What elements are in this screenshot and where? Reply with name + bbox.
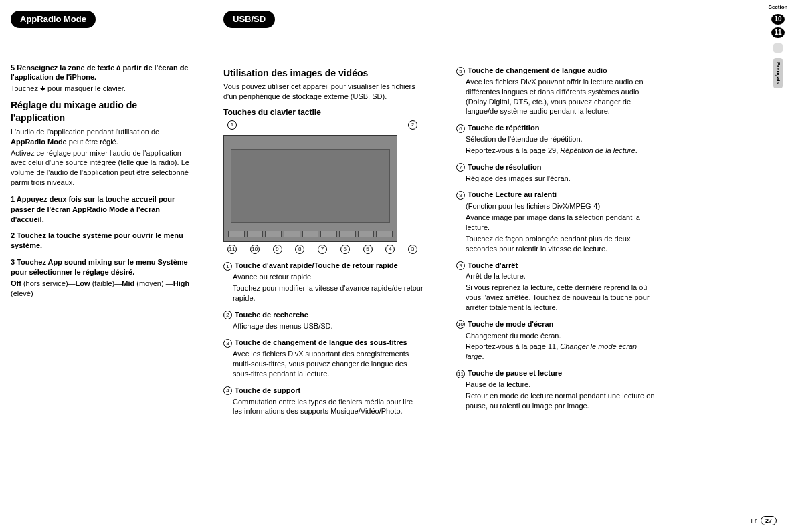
page-body: AppRadio Mode 5 Renseignez la zone de te…: [0, 0, 790, 418]
desc-body: Si vous reprenez la lecture, cette derni…: [466, 283, 657, 313]
step3-a: 3 Touchez App sound mixing sur le menu S…: [11, 257, 191, 277]
desc-item-title-text: Touche de pause et lecture: [468, 369, 562, 377]
desc-item-title: 7Touche de résolution: [456, 162, 657, 172]
desc-body: Pause de la lecture.: [466, 380, 657, 390]
step3-options: Off (hors service)—Low (faible)—Mid (moy…: [11, 279, 191, 299]
desc-body: Sélection de l'étendue de répétition.: [466, 134, 657, 144]
desc-item-title: 2Touche de recherche: [223, 310, 424, 320]
column-middle: USB/SD Utilisation des images de vidéos …: [223, 11, 424, 418]
num-circle-icon: 5: [456, 67, 465, 76]
desc-item-5: 5Touche de changement de langue audioAve…: [456, 65, 657, 116]
callout-6: 6: [340, 245, 350, 254]
section-sidebar: Section 10 11 Français: [770, 4, 786, 88]
desc-item-8: 8Touche Lecture au ralenti(Fonction pour…: [456, 190, 657, 253]
callout-11: 11: [227, 245, 237, 254]
desc-body: (Fonction pour les fichiers DivX/MPEG-4): [466, 201, 657, 211]
column-left: AppRadio Mode 5 Renseignez la zone de te…: [11, 11, 191, 418]
desc-item-title-text: Touche de répétition: [468, 124, 539, 132]
button-row: [228, 231, 393, 237]
desc-body: Changement du mode écran.: [466, 331, 657, 341]
desc-item-title: 8Touche Lecture au ralenti: [456, 190, 657, 200]
desc-body: Réglage des images sur l'écran.: [466, 174, 657, 184]
desc-item-title: 11Touche de pause et lecture: [456, 368, 657, 378]
desc-item-title-text: Touche de support: [235, 386, 300, 394]
callout-bottom-row: 11 10 9 8 7 6 5 4 3: [223, 245, 424, 254]
lang-tab: Français: [773, 58, 783, 88]
num-circle-icon: 1: [223, 262, 232, 271]
ref-italic: Répétition de la lecture: [560, 146, 635, 154]
description-list-right: 5Touche de changement de langue audioAve…: [456, 65, 657, 410]
callout-3: 3: [408, 245, 417, 254]
desc-item-1: 1Touche d'avant rapide/Touche de retour …: [223, 261, 424, 303]
desc-body: Commutation entre les types de fichiers …: [233, 397, 424, 417]
desc-item-title: 1Touche d'avant rapide/Touche de retour …: [223, 261, 424, 271]
desc-body-ref: Reportez-vous à la page 11, Changer le m…: [466, 342, 657, 362]
desc-item-6: 6Touche de répétitionSélection de l'éten…: [456, 123, 657, 156]
mix-p2: Activez ce réglage pour mixer l'audio de…: [11, 148, 191, 188]
download-icon: [40, 86, 45, 91]
num-circle-icon: 4: [223, 386, 232, 395]
header-usbsd: USB/SD: [223, 11, 275, 28]
desc-item-title: 10Touche de mode d'écran: [456, 319, 657, 329]
desc-body: Avance ou retour rapide: [233, 272, 424, 282]
desc-body: Avance image par image dans la sélection…: [466, 213, 657, 233]
callout-top-row: 1 2: [223, 120, 424, 130]
desc-item-9: 9Touche d'arrêtArrêt de la lecture.Si vo…: [456, 261, 657, 313]
num-circle-icon: 3: [223, 339, 232, 348]
num-circle-icon: 2: [223, 311, 232, 319]
num-circle-icon: 6: [456, 124, 465, 133]
callout-1: 1: [227, 120, 237, 130]
step2: 2 Touchez la touche système pour ouvrir …: [11, 231, 191, 251]
footer-page-number: 27: [761, 516, 777, 525]
desc-item-title-text: Touche d'avant rapide/Touche de retour r…: [235, 261, 398, 269]
callout-9: 9: [273, 245, 282, 254]
callout-10: 10: [250, 245, 260, 254]
desc-item-title-text: Touche de changement de langue des sous-…: [235, 338, 407, 346]
desc-item-2: 2Touche de rechercheAffichage des menus …: [223, 310, 424, 331]
desc-item-title-text: Touche de recherche: [235, 311, 308, 319]
desc-body: Avec les fichiers DivX pouvant offrir la…: [466, 77, 657, 116]
heading-utilisation: Utilisation des images de vidéos: [223, 67, 424, 80]
footer-lang: Fr: [751, 517, 757, 525]
step5-title: 5 Renseignez la zone de texte à partir d…: [11, 63, 191, 83]
screen-inner: [231, 149, 390, 223]
description-list-mid: 1Touche d'avant rapide/Touche de retour …: [223, 261, 424, 416]
desc-item-title: 3Touche de changement de langue des sous…: [223, 338, 424, 348]
desc-item-title-text: Touche de résolution: [468, 163, 541, 171]
desc-item-title-text: Touche de changement de langue audio: [468, 66, 607, 74]
callout-7: 7: [318, 245, 327, 254]
heading-mixage: Réglage du mixage audio de l'application: [11, 99, 191, 124]
desc-item-title: 9Touche d'arrêt: [456, 261, 657, 271]
desc-item-10: 10Touche de mode d'écranChangement du mo…: [456, 319, 657, 362]
callout-2: 2: [408, 120, 417, 130]
desc-item-title-text: Touche de mode d'écran: [468, 320, 553, 328]
section-label: Section: [769, 4, 788, 11]
desc-body: Retour en mode de lecture normal pendant…: [466, 391, 657, 411]
heading-touches: Touches du clavier tactile: [223, 107, 424, 118]
desc-item-title: 4Touche de support: [223, 386, 424, 396]
desc-body: Touchez pour modifier la vitesse d'avanc…: [233, 283, 424, 303]
step5-body: Touchez pour masquer le clavier.: [11, 84, 191, 94]
page-footer: Fr 27: [751, 516, 777, 525]
desc-item-title: 5Touche de changement de langue audio: [456, 65, 657, 76]
desc-item-title-text: Touche d'arrêt: [468, 261, 518, 269]
num-circle-icon: 7: [456, 163, 465, 172]
desc-item-title: 6Touche de répétition: [456, 123, 657, 133]
desc-body: Avec les fichiers DivX supportant des en…: [233, 349, 424, 379]
mix-p1: L'audio de l'application pendant l'utili…: [11, 127, 191, 147]
num-circle-icon: 8: [456, 191, 465, 200]
column-right: 5Touche de changement de langue audioAve…: [456, 11, 657, 418]
ref-italic: Changer le mode écran large: [466, 342, 637, 360]
callout-4: 4: [385, 245, 395, 254]
step1: 1 Appuyez deux fois sur la touche accuei…: [11, 194, 191, 225]
lang-tab-blank: [773, 43, 783, 53]
desc-body-ref: Reportez-vous à la page 29, Répétition d…: [466, 146, 657, 156]
num-circle-icon: 9: [456, 261, 465, 270]
num-circle-icon: 10: [456, 320, 465, 329]
desc-item-7: 7Touche de résolutionRéglage des images …: [456, 162, 657, 184]
device-screenshot: USB 2: [223, 135, 397, 242]
intro-text: Vous pouvez utiliser cet appareil pour v…: [223, 82, 424, 102]
callout-5: 5: [363, 245, 373, 254]
desc-item-11: 11Touche de pause et lecturePause de la …: [456, 368, 657, 410]
desc-item-3: 3Touche de changement de langue des sous…: [223, 338, 424, 378]
